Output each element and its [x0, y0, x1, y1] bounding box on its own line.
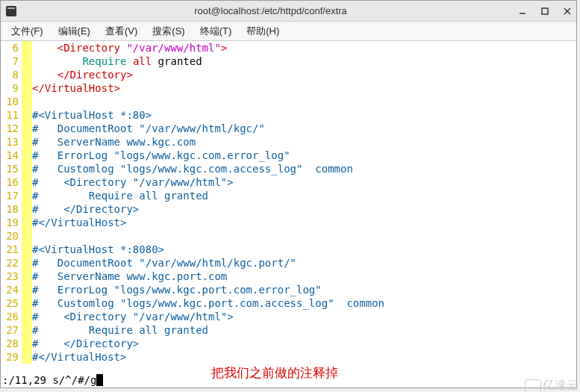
code-line[interactable]: 17# Require all granted — [1, 189, 576, 202]
line-number: 7 — [1, 55, 22, 68]
line-number: 20 — [1, 229, 22, 243]
gutter-stripe — [22, 350, 32, 364]
vim-command-text: :/11,29 s/^/#/g — [2, 374, 96, 386]
line-number: 8 — [1, 68, 22, 81]
code-line[interactable]: 22# DocumentRoot "/var/www/html/kgc.port… — [1, 256, 576, 270]
gutter-stripe — [22, 189, 32, 202]
code-line[interactable]: 15# Customlog "logs/www.kgc.com.access_l… — [1, 162, 576, 175]
terminal-window: root@localhost:/etc/httpd/conf/extra 文件(… — [0, 0, 577, 388]
code-text: # </Directory> — [32, 337, 139, 350]
line-number: 21 — [1, 243, 22, 256]
gutter-stripe — [22, 81, 32, 95]
code-text: # Require all granted — [32, 189, 208, 202]
line-number: 13 — [1, 135, 22, 149]
gutter-stripe — [22, 135, 32, 149]
code-text: </Directory> — [32, 68, 133, 81]
text-cursor — [96, 374, 103, 386]
code-line[interactable]: 21#<VirtualHost *:8080> — [1, 243, 576, 256]
gutter-stripe — [22, 55, 32, 68]
gutter-stripe — [22, 41, 32, 55]
code-line[interactable]: 16# <Directory "/var/www/html"> — [1, 175, 576, 189]
gutter-stripe — [22, 270, 32, 283]
gutter-stripe — [22, 256, 32, 270]
gutter-stripe — [22, 202, 32, 216]
minimize-button[interactable] — [518, 7, 527, 16]
code-line[interactable]: 19#</VirtualHost> — [1, 216, 576, 229]
code-text: Require all granted — [32, 55, 202, 68]
window-controls — [518, 7, 572, 16]
line-number: 19 — [1, 216, 22, 229]
titlebar[interactable]: root@localhost:/etc/httpd/conf/extra — [1, 1, 576, 22]
code-text: # Customlog "logs/www.kgc.com.access_log… — [32, 162, 353, 175]
code-line[interactable]: 14# ErrorLog "logs/www.kgc.com.error_log… — [1, 149, 576, 162]
menu-search[interactable]: 搜索(S) — [145, 23, 192, 40]
code-line[interactable]: 24# ErrorLog "logs/www.kgc.port.com.erro… — [1, 283, 576, 296]
code-text: #<VirtualHost *:8080> — [32, 243, 164, 256]
line-number: 22 — [1, 256, 22, 270]
line-number: 11 — [1, 108, 22, 122]
code-line[interactable]: 6 <Directory "/var/www/html"> — [1, 41, 576, 55]
line-number: 18 — [1, 202, 22, 216]
code-line[interactable]: 9</VirtualHost> — [1, 81, 576, 95]
line-number: 6 — [1, 41, 22, 55]
close-button[interactable] — [563, 7, 572, 16]
code-text: # ServerName www.kgc.com — [32, 135, 196, 149]
code-line[interactable]: 20 — [1, 229, 576, 243]
code-line[interactable]: 13# ServerName www.kgc.com — [1, 135, 576, 149]
code-line[interactable]: 27# Require all granted — [1, 323, 576, 337]
code-line[interactable]: 29#</VirtualHost> — [1, 350, 576, 364]
line-number: 9 — [1, 81, 22, 95]
line-number: 10 — [1, 95, 22, 108]
code-text: #</VirtualHost> — [32, 216, 126, 229]
code-text: # <Directory "/var/www/html"> — [32, 175, 234, 189]
menu-terminal[interactable]: 终端(T) — [193, 23, 240, 40]
code-line[interactable]: 10 — [1, 95, 576, 108]
code-line[interactable]: 26# <Directory "/var/www/html"> — [1, 310, 576, 323]
menu-view[interactable]: 查看(V) — [98, 23, 145, 40]
line-number: 17 — [1, 189, 22, 202]
code-line[interactable]: 8 </Directory> — [1, 68, 576, 81]
gutter-stripe — [22, 162, 32, 175]
code-text: # Require all granted — [32, 323, 208, 337]
gutter-stripe — [22, 149, 32, 162]
code-line[interactable]: 7 Require all granted — [1, 55, 576, 68]
code-line[interactable]: 18# </Directory> — [1, 202, 576, 216]
code-text: #</VirtualHost> — [32, 350, 126, 364]
gutter-stripe — [22, 108, 32, 122]
code-line[interactable]: 25# Customlog "logs/www.kgc.port.com.acc… — [1, 296, 576, 310]
watermark: 亿速云 — [525, 378, 579, 392]
window-title: root@localhost:/etc/httpd/conf/extra — [23, 5, 518, 16]
code-text: # </Directory> — [32, 202, 139, 216]
line-number: 27 — [1, 323, 22, 337]
code-line[interactable]: 12# DocumentRoot "/var/www/html/kgc/" — [1, 122, 576, 135]
svg-rect-3 — [542, 8, 548, 14]
line-number: 16 — [1, 175, 22, 189]
code-text: # ServerName www.kgc.port.com — [32, 270, 227, 283]
menu-file[interactable]: 文件(F) — [4, 23, 51, 40]
gutter-stripe — [22, 296, 32, 310]
code-line[interactable]: 23# ServerName www.kgc.port.com — [1, 270, 576, 283]
code-text: # ErrorLog "logs/www.kgc.port.com.error_… — [32, 283, 322, 296]
annotation-text: 把我们之前做的注释掉 — [211, 364, 338, 382]
editor-area[interactable]: 6 <Directory "/var/www/html">7 Require a… — [1, 41, 576, 364]
line-number: 23 — [1, 270, 22, 283]
maximize-button[interactable] — [540, 7, 549, 16]
code-text: # ErrorLog "logs/www.kgc.com.error_log" — [32, 149, 290, 162]
svg-rect-1 — [7, 7, 15, 9]
line-number: 29 — [1, 350, 22, 364]
code-text: #<VirtualHost *:80> — [32, 108, 152, 122]
code-text: # DocumentRoot "/var/www/html/kgc.port/" — [32, 256, 296, 270]
gutter-stripe — [22, 283, 32, 296]
line-number: 15 — [1, 162, 22, 175]
gutter-stripe — [22, 310, 32, 323]
gutter-stripe — [22, 216, 32, 229]
code-line[interactable]: 28# </Directory> — [1, 337, 576, 350]
menu-help[interactable]: 帮助(H) — [239, 23, 287, 40]
gutter-stripe — [22, 122, 32, 135]
line-number: 26 — [1, 310, 22, 323]
menu-edit[interactable]: 编辑(E) — [51, 23, 98, 40]
gutter-stripe — [22, 95, 32, 108]
gutter-stripe — [22, 337, 32, 350]
code-line[interactable]: 11#<VirtualHost *:80> — [1, 108, 576, 122]
gutter-stripe — [22, 323, 32, 337]
